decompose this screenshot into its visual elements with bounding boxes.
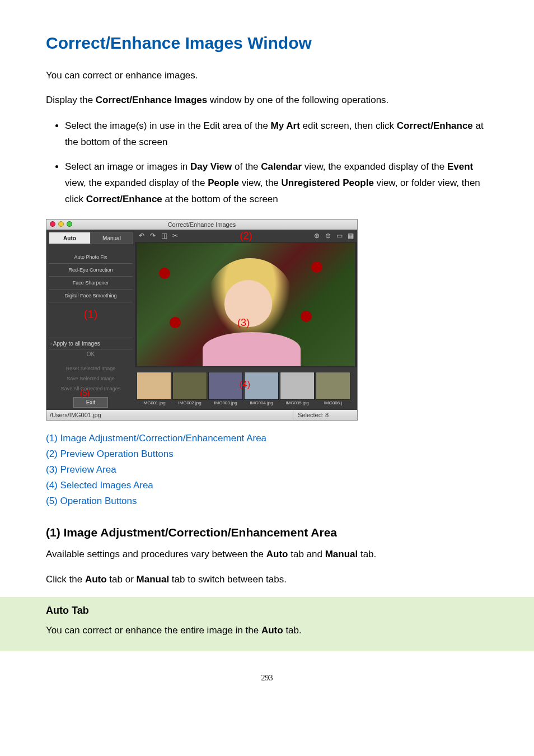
option-face-sharpener[interactable]: Face Sharpener: [49, 277, 133, 290]
text-bold: Manual: [137, 574, 170, 585]
text: view, the expanded display of the: [65, 178, 208, 188]
text-bold: Day View: [190, 161, 232, 172]
thumbnail-label: IMG003.jpg: [214, 400, 237, 405]
page-title: Correct/Enhance Images Window: [46, 34, 488, 53]
callout-marker-1: (1): [49, 308, 133, 321]
section-link[interactable]: (3) Preview Area: [46, 462, 488, 478]
rotate-right-icon[interactable]: ↷: [148, 231, 157, 240]
compare-icon[interactable]: ◫: [160, 231, 168, 240]
ok-button[interactable]: OK: [49, 349, 133, 359]
actual-icon[interactable]: ▦: [346, 231, 355, 240]
text: Select the image(s) in use in the Edit a…: [65, 120, 271, 131]
tab-auto[interactable]: Auto: [49, 232, 91, 244]
close-icon[interactable]: [50, 221, 55, 227]
zoom-in-icon[interactable]: ⊕: [312, 231, 321, 240]
sidebar: Auto Manual Auto Photo Fix Red-Eye Corre…: [46, 230, 135, 410]
window-titlebar: Correct/Enhance Images: [46, 220, 357, 230]
text-bold: Calendar: [261, 161, 302, 172]
text: tab or: [107, 574, 137, 585]
preview-area: (3): [137, 243, 355, 366]
auto-tab-paragraph: You can correct or enhance the entire im…: [46, 623, 488, 638]
crop-icon[interactable]: ✂: [171, 231, 180, 240]
text: tab.: [283, 625, 302, 636]
text: Click the: [46, 574, 85, 585]
photo-content: [159, 268, 170, 279]
save-selected-button[interactable]: Save Selected Image: [49, 374, 133, 384]
text: Select an image or images in: [65, 161, 190, 172]
photo-content: [170, 317, 181, 328]
thumbnail[interactable]: IMG001.jpg: [137, 372, 171, 405]
option-red-eye[interactable]: Red-Eye Correction: [49, 264, 133, 277]
photo-content: [311, 262, 322, 273]
apply-all-checkbox[interactable]: ▫ Apply to all images: [49, 338, 133, 349]
thumbnail-image: [172, 372, 207, 400]
thumbnail[interactable]: IMG003.jpg: [208, 372, 243, 405]
correction-options: Auto Photo Fix Red-Eye Correction Face S…: [49, 251, 133, 302]
section-link[interactable]: (1) Image Adjustment/Correction/Enhancem…: [46, 431, 488, 446]
text-bold: Auto: [261, 625, 283, 636]
thumbnail-image: [280, 372, 315, 400]
thumbnail-strip: (4) IMG001.jpgIMG002.jpgIMG003.jpgIMG004…: [135, 367, 357, 410]
text: Display the: [46, 95, 96, 105]
text-bold: Correct/Enhance: [397, 120, 473, 131]
text: view, the expanded display of the: [302, 161, 447, 172]
callout-marker-3: (3): [237, 317, 250, 329]
tab-manual[interactable]: Manual: [91, 232, 133, 244]
thumbnail[interactable]: IMG006.j: [316, 372, 350, 405]
screenshot-correct-enhance: Correct/Enhance Images Auto Manual Auto …: [46, 219, 358, 421]
option-digital-face-smoothing[interactable]: Digital Face Smoothing: [49, 290, 133, 302]
text: tab and: [288, 549, 325, 559]
intro-paragraph-1: You can correct or enhance images.: [46, 68, 488, 83]
text: at the bottom of the screen: [162, 194, 278, 204]
rotate-left-icon[interactable]: ↶: [137, 231, 146, 240]
section-link[interactable]: (5) Operation Buttons: [46, 493, 488, 509]
section-links: (1) Image Adjustment/Correction/Enhancem…: [46, 431, 488, 509]
text-bold: Correct/Enhance Images: [96, 95, 207, 105]
thumbnail-label: IMG005.jpg: [285, 400, 308, 405]
main-pane: ↶↷◫✂ (2) ⊕⊖▭▦ (3) (4) IMG001.jpgIMG002.: [135, 230, 357, 410]
text-bold: Auto: [266, 549, 288, 559]
preview-toolbar: ↶↷◫✂ (2) ⊕⊖▭▦: [135, 230, 357, 242]
text: tab to switch between tabs.: [169, 574, 287, 585]
text: Available settings and procedures vary b…: [46, 549, 266, 559]
zoom-out-icon[interactable]: ⊖: [324, 231, 332, 240]
thumbnail-image: [137, 372, 171, 400]
photo-content: [203, 332, 301, 367]
option-auto-photo-fix[interactable]: Auto Photo Fix: [49, 251, 133, 264]
text-bold: Event: [447, 161, 473, 172]
thumbnail-image: [208, 372, 243, 400]
text: view, the: [239, 178, 282, 188]
section-1-p2: Click the Auto tab or Manual tab to swit…: [46, 572, 488, 587]
zoom-icon[interactable]: [67, 221, 72, 227]
minimize-icon[interactable]: [58, 221, 64, 227]
page-number: 293: [46, 674, 488, 683]
intro-paragraph-2: Display the Correct/Enhance Images windo…: [46, 93, 488, 108]
save-all-button[interactable]: Save All Corrected Images: [49, 384, 133, 394]
apply-all-label: Apply to all images: [53, 340, 100, 347]
status-bar: /Users/IMG001.jpg Selected: 8: [46, 410, 357, 420]
thumbnail[interactable]: IMG005.jpg: [280, 372, 315, 405]
mode-tabs: Auto Manual: [49, 232, 133, 244]
text: edit screen, then click: [300, 120, 397, 131]
section-1-heading: (1) Image Adjustment/Correction/Enhancem…: [46, 526, 488, 539]
section-link[interactable]: (4) Selected Images Area: [46, 478, 488, 493]
list-item: Select an image or images in Day View of…: [65, 159, 488, 208]
text: of the: [232, 161, 261, 172]
callout-marker-2: (2): [240, 230, 252, 242]
fit-icon[interactable]: ▭: [335, 231, 344, 240]
reset-selected-button[interactable]: Reset Selected Image: [49, 363, 133, 374]
thumbnail-label: IMG006.j: [324, 400, 342, 405]
text-bold: Correct/Enhance: [86, 194, 162, 204]
auto-tab-box: Auto Tab You can correct or enhance the …: [0, 597, 534, 651]
text: You can correct or enhance the entire im…: [46, 625, 261, 636]
thumbnail-label: IMG001.jpg: [142, 400, 165, 405]
section-link[interactable]: (2) Preview Operation Buttons: [46, 446, 488, 462]
thumbnail[interactable]: IMG002.jpg: [172, 372, 207, 405]
thumbnail-label: IMG004.jpg: [250, 400, 273, 405]
window-title: Correct/Enhance Images: [168, 221, 236, 228]
text: window by one of the following operation…: [207, 95, 388, 105]
exit-button[interactable]: Exit: [73, 397, 108, 408]
section-1-p1: Available settings and procedures vary b…: [46, 547, 488, 562]
status-selected-count: Selected: 8: [293, 410, 354, 420]
list-item: Select the image(s) in use in the Edit a…: [65, 118, 488, 151]
